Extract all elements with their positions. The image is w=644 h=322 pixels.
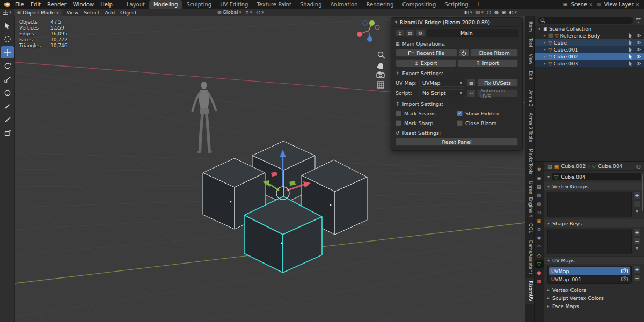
sidebar-tab-unreal-engine-4[interactable]: Unreal Engine 4: [525, 178, 534, 220]
breadcrumb-object[interactable]: Cube.002: [561, 163, 586, 169]
hide-eye-icon[interactable]: [635, 33, 641, 38]
selectable-icon[interactable]: [628, 54, 633, 60]
export-button[interactable]: ↥Export: [396, 59, 456, 67]
checkbox-box[interactable]: [396, 120, 401, 126]
close-rizom-button[interactable]: Close Rizom: [470, 49, 518, 57]
sidebar-tab-qol[interactable]: QOL: [525, 221, 534, 236]
show-hidden-checkbox[interactable]: ✓ Show Hidden: [457, 111, 518, 116]
editor-type-button[interactable]: ▾: [3, 10, 12, 15]
gizmo-toggle[interactable]: ◧▾: [464, 10, 472, 15]
sidebar-tab-arma3[interactable]: Arma 3: [525, 87, 534, 109]
menu-edit[interactable]: Edit: [27, 2, 44, 8]
driver-curve-icon-button[interactable]: ≈: [466, 89, 476, 97]
shading-material-button[interactable]: ◉: [502, 10, 506, 15]
menu-file[interactable]: File: [12, 2, 27, 8]
selectable-icon[interactable]: [628, 33, 633, 39]
remove-shape-key-button[interactable]: −: [633, 237, 641, 245]
sidebar-tab-edit[interactable]: Edit: [525, 68, 534, 82]
outliner-row-cube[interactable]: ▸ ▽ Cube: [535, 39, 644, 46]
vertex-groups-section[interactable]: ▾Vertex Groups: [544, 182, 644, 190]
menu-view[interactable]: View: [64, 10, 82, 16]
tab-constraints[interactable]: ◇: [535, 252, 544, 259]
shading-wireframe-button[interactable]: ○: [487, 10, 491, 15]
overlays-toggle[interactable]: ▥▾: [475, 10, 484, 15]
menu-help[interactable]: Help: [97, 2, 116, 8]
fix-uvsets-button[interactable]: Fix UVSets: [477, 79, 518, 87]
import-button[interactable]: ↧Import: [457, 59, 518, 67]
automatic-uvs-button[interactable]: Automatic UVS: [477, 89, 518, 97]
menu-select[interactable]: Select: [81, 10, 102, 16]
mode-select[interactable]: ▣ Object Mode ▾: [14, 9, 62, 16]
recent-file-button[interactable]: Recent File: [396, 49, 457, 57]
menu-add[interactable]: Add: [103, 10, 118, 16]
workspace-tab-animation[interactable]: Animation: [326, 0, 362, 9]
measure-tool[interactable]: [1, 113, 14, 126]
sidebar-tab-maviz-tools[interactable]: Maviz Tools: [525, 146, 534, 177]
menu-render[interactable]: Render: [44, 2, 70, 8]
outliner-row-reference-body[interactable]: ▸ ▽ Reference Body: [535, 32, 644, 39]
face-maps-section[interactable]: ▸Face Maps: [544, 302, 644, 310]
annotate-tool[interactable]: [1, 100, 14, 112]
add-shape-key-button[interactable]: +: [633, 229, 641, 236]
outliner-row-scene-collection[interactable]: ▾ ▣ Scene Collection: [535, 25, 644, 32]
move-tool[interactable]: [1, 46, 14, 58]
vertex-colors-section[interactable]: ▸Vertex Colors: [544, 286, 644, 294]
sculpt-vertex-colors-section[interactable]: ▸Sculpt Vertex Colors: [544, 294, 644, 302]
workspace-tab-texture-paint[interactable]: Texture Paint: [252, 0, 296, 9]
tab-world[interactable]: ⊕: [535, 209, 544, 216]
rotate-tool[interactable]: [1, 60, 14, 72]
checkbox-box[interactable]: [457, 120, 463, 126]
outliner-search-input[interactable]: [538, 17, 633, 24]
remove-vertex-group-button[interactable]: −: [633, 200, 641, 208]
sidebar-tab-gameassistant[interactable]: GameAssistant: [525, 237, 534, 277]
filter-icon[interactable]: [636, 18, 641, 23]
proportional-edit-toggle[interactable]: ◎▾: [256, 10, 264, 15]
shape-keys-list[interactable]: [547, 229, 632, 254]
vertex-group-specials-menu[interactable]: ▾: [633, 209, 641, 214]
uv-maps-section[interactable]: ▾UV Maps: [544, 256, 644, 264]
properties-scrollbar[interactable]: [642, 174, 643, 211]
add-cube-tool[interactable]: [1, 127, 14, 139]
rizom-settings-icon-button[interactable]: ⚙: [415, 29, 425, 37]
workspace-tab-uv-editing[interactable]: UV Editing: [216, 0, 252, 9]
transform-orientation-select[interactable]: ◍Global▾: [217, 10, 241, 15]
scale-tool[interactable]: [1, 73, 14, 85]
tab-scene[interactable]: ◍: [535, 200, 544, 208]
reset-panel-button[interactable]: Reset Panel: [396, 138, 518, 146]
pin-icon[interactable]: ◎: [636, 163, 641, 169]
shape-key-specials-menu[interactable]: ▾: [633, 246, 641, 251]
mark-seams-checkbox[interactable]: Mark Seams: [396, 111, 457, 116]
tab-texture[interactable]: ▦: [535, 277, 544, 285]
tab-object[interactable]: ▣: [535, 217, 544, 225]
hide-eye-icon[interactable]: [635, 47, 641, 52]
selectable-icon[interactable]: [628, 61, 633, 67]
vertex-groups-list[interactable]: [547, 192, 632, 217]
add-vertex-group-button[interactable]: +: [633, 192, 641, 199]
menu-object[interactable]: Object: [118, 10, 140, 16]
scene-unlink-icon[interactable]: ×: [589, 2, 593, 8]
tab-particles[interactable]: ✱: [535, 235, 544, 242]
shading-rendered-button[interactable]: ◐▾: [509, 10, 517, 15]
hide-eye-icon[interactable]: [635, 61, 641, 66]
add-workspace-button[interactable]: +: [473, 0, 484, 9]
outliner-row-cube-003[interactable]: ▸ ▽ Cube.003: [535, 60, 644, 67]
selectable-icon[interactable]: [628, 40, 633, 46]
mesh-name-field[interactable]: ▽ Cube.004: [552, 173, 641, 180]
properties-editor-icon[interactable]: ▤: [547, 164, 552, 169]
render-camera-icon[interactable]: [621, 276, 628, 282]
checkbox-box[interactable]: ✓: [457, 111, 463, 116]
uv-map-row-uvmap-001[interactable]: UVMap_001: [549, 275, 630, 283]
rizom-export-icon-button[interactable]: ↥: [395, 29, 405, 37]
workspace-tab-scripting[interactable]: Scripting: [440, 0, 472, 9]
workspace-tab-modeling[interactable]: Modeling: [149, 0, 182, 9]
sidebar-tab-tool[interactable]: Tool: [525, 35, 534, 50]
tab-modifiers[interactable]: ⚙: [535, 226, 544, 233]
sidebar-tab-item[interactable]: Item: [525, 19, 534, 34]
workspace-tab-sculpting[interactable]: Sculpting: [182, 0, 216, 9]
transform-tool[interactable]: [1, 86, 14, 99]
tab-physics[interactable]: ◠: [535, 243, 544, 251]
rizom-panel-header[interactable]: ▾ RizomUV Bridge (Rizom 2020.0.89): [391, 18, 522, 27]
tab-material[interactable]: ●: [535, 269, 544, 276]
uv-grid-icon-button[interactable]: ▦: [466, 79, 476, 87]
remove-uv-map-button[interactable]: −: [633, 274, 641, 282]
